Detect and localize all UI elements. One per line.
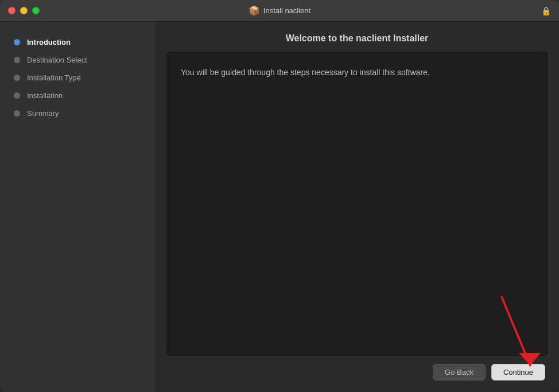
sidebar-label-installation-type: Installation Type <box>27 73 81 82</box>
sidebar-item-installation[interactable]: Installation <box>0 87 155 104</box>
installer-window: 📦 Install naclient 🔒 Introduction Destin… <box>0 0 559 392</box>
step-dot-installation-type <box>14 75 20 81</box>
go-back-button[interactable]: Go Back <box>433 364 486 381</box>
step-dot-installation <box>14 92 20 99</box>
sidebar-item-summary[interactable]: Summary <box>0 104 155 122</box>
sidebar-label-introduction: Introduction <box>27 38 71 46</box>
app-icon: 📦 <box>249 5 260 16</box>
sidebar-label-destination-select: Destination Select <box>27 56 87 64</box>
continue-button[interactable]: Continue <box>491 364 545 381</box>
lock-icon: 🔒 <box>541 6 551 15</box>
minimize-button[interactable] <box>20 7 28 14</box>
sidebar-label-summary: Summary <box>27 109 59 118</box>
sidebar-label-installation: Installation <box>27 91 63 100</box>
title-text: Install naclient <box>263 6 310 15</box>
window-title: 📦 Install naclient <box>249 5 310 16</box>
content-body: You will be guided through the steps nec… <box>181 66 533 79</box>
sidebar-item-introduction[interactable]: Introduction <box>0 33 155 51</box>
titlebar: 📦 Install naclient 🔒 <box>0 0 559 22</box>
step-dot-destination-select <box>14 57 20 63</box>
main-content: Introduction Destination Select Installa… <box>0 22 559 392</box>
traffic-lights <box>8 7 40 14</box>
close-button[interactable] <box>8 7 15 14</box>
content-area: Welcome to the naclient Installer You wi… <box>155 22 559 392</box>
sidebar-item-destination-select[interactable]: Destination Select <box>0 51 155 69</box>
content-box: You will be guided through the steps nec… <box>166 52 548 356</box>
step-dot-summary <box>14 110 20 117</box>
footer: Go Back Continue <box>166 364 548 383</box>
sidebar: Introduction Destination Select Installa… <box>0 22 155 392</box>
sidebar-item-installation-type[interactable]: Installation Type <box>0 69 155 87</box>
maximize-button[interactable] <box>32 7 40 14</box>
content-title: Welcome to the naclient Installer <box>166 33 548 44</box>
step-dot-introduction <box>14 39 20 45</box>
